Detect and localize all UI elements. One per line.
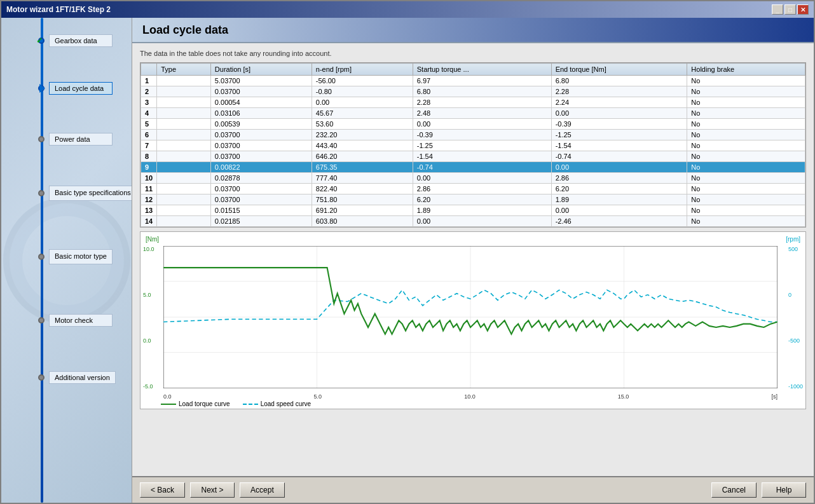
cell-type bbox=[157, 151, 211, 162]
sidebar-item-motor-check[interactable]: Motor check bbox=[1, 317, 132, 324]
table-row[interactable]: 9 0.00822 675.35 -0.74 0.00 No bbox=[141, 162, 805, 173]
legend-dashed-label: Load speed curve bbox=[261, 400, 312, 407]
cell-duration: 0.00054 bbox=[210, 97, 312, 108]
y-tick-5: 5.0 bbox=[143, 292, 154, 298]
table-row[interactable]: 15 0.03700 390.40 -2.46 -4.09 No bbox=[141, 227, 805, 228]
table-row[interactable]: 2 0.03700 -0.80 6.80 2.28 No bbox=[141, 86, 805, 97]
cell-startup: -1.54 bbox=[413, 151, 551, 162]
cell-type bbox=[157, 130, 211, 140]
main-window: Motor wizard 1FT/1FK Step 2 _ □ ✕ ✓ Gear… bbox=[0, 0, 815, 504]
maximize-button[interactable]: □ bbox=[784, 4, 796, 15]
help-button[interactable]: Help bbox=[762, 482, 806, 498]
cell-nend: 675.35 bbox=[312, 162, 413, 173]
table-row[interactable]: 7 0.03700 443.40 -1.25 -1.54 No bbox=[141, 140, 805, 151]
minimize-button[interactable]: _ bbox=[772, 4, 783, 15]
cell-nend: 777.40 bbox=[312, 173, 413, 184]
right-buttons: Cancel Help bbox=[711, 482, 806, 498]
dot-basic-type bbox=[38, 190, 45, 196]
cell-num: 5 bbox=[141, 119, 157, 130]
cell-brake: No bbox=[687, 205, 805, 216]
table-row[interactable]: 14 0.02185 603.80 0.00 -2.46 No bbox=[141, 216, 805, 227]
table-row[interactable]: 8 0.03700 646.20 -1.54 -0.74 No bbox=[141, 151, 805, 162]
table-row[interactable]: 5 0.00539 53.60 0.00 -0.39 No bbox=[141, 119, 805, 130]
cell-nend: 751.80 bbox=[312, 194, 413, 205]
cell-type bbox=[157, 227, 211, 228]
cell-num: 6 bbox=[141, 130, 157, 140]
table-row[interactable]: 12 0.03700 751.80 6.20 1.89 No bbox=[141, 194, 805, 205]
cell-brake: No bbox=[687, 97, 805, 108]
cell-duration: 0.02878 bbox=[210, 173, 312, 184]
cell-brake: No bbox=[687, 151, 805, 162]
cell-nend: -56.00 bbox=[312, 76, 413, 86]
sidebar-item-basic-motor[interactable]: Basic motor type bbox=[1, 253, 132, 261]
cell-nend: 603.80 bbox=[312, 216, 413, 227]
cell-num: 10 bbox=[141, 173, 157, 184]
x-tick-5: 5.0 bbox=[314, 393, 322, 400]
cell-duration: 0.03700 bbox=[210, 86, 312, 97]
cell-nend: 443.40 bbox=[312, 140, 413, 151]
cell-startup: 2.86 bbox=[413, 184, 551, 194]
sidebar-item-basic-type[interactable]: Basic type specifications bbox=[1, 189, 132, 197]
table-row[interactable]: 13 0.01515 691.20 1.89 0.00 No bbox=[141, 205, 805, 216]
dot-basic-motor bbox=[38, 254, 45, 260]
table-row[interactable]: 3 0.00054 0.00 2.28 2.24 No bbox=[141, 97, 805, 108]
sidebar-label-basic-type: Basic type specifications bbox=[49, 186, 132, 200]
legend-solid-label: Load torque curve bbox=[179, 400, 230, 407]
sidebar-label-additional: Additional version bbox=[49, 371, 116, 384]
cell-type bbox=[157, 119, 211, 130]
sidebar-label-motor-check: Motor check bbox=[49, 314, 113, 327]
close-button[interactable]: ✕ bbox=[797, 4, 809, 15]
table-row[interactable]: 6 0.03700 232.20 -0.39 -1.25 No bbox=[141, 130, 805, 140]
chart-container: [Nm] [rpm] 10.0 5.0 0.0 -5.0 500 0 -500 bbox=[140, 231, 806, 409]
title-bar: Motor wizard 1FT/1FK Step 2 _ □ ✕ bbox=[1, 1, 814, 18]
cell-startup: 6.80 bbox=[413, 86, 551, 97]
cell-num: 12 bbox=[141, 194, 157, 205]
table-row[interactable]: 4 0.03106 45.67 2.48 0.00 No bbox=[141, 108, 805, 119]
sidebar-item-additional[interactable]: Additional version bbox=[1, 374, 132, 381]
cell-nend: -0.80 bbox=[312, 86, 413, 97]
cell-duration: 0.03700 bbox=[210, 184, 312, 194]
sidebar-item-power[interactable]: Power data bbox=[1, 135, 132, 143]
cell-num: 7 bbox=[141, 140, 157, 151]
y-axis-left: 10.0 5.0 0.0 -5.0 bbox=[143, 246, 154, 390]
cell-startup: 0.00 bbox=[413, 173, 551, 184]
cell-brake: No bbox=[687, 86, 805, 97]
cell-duration: 0.03106 bbox=[210, 108, 312, 119]
cell-brake: No bbox=[687, 140, 805, 151]
cell-startup: 0.00 bbox=[413, 119, 551, 130]
chart-y-right-label: [rpm] bbox=[786, 236, 800, 243]
cancel-button[interactable]: Cancel bbox=[711, 482, 757, 498]
cell-startup: 2.28 bbox=[413, 97, 551, 108]
sidebar-item-load-cycle[interactable]: Load cycle data bbox=[1, 85, 132, 92]
cell-brake: No bbox=[687, 173, 805, 184]
y-tick-right-n1000: -1000 bbox=[788, 383, 803, 390]
x-tick-15: 15.0 bbox=[618, 393, 629, 400]
table-row[interactable]: 11 0.03700 822.40 2.86 6.20 No bbox=[141, 184, 805, 194]
cell-endtorque: 6.20 bbox=[551, 184, 687, 194]
back-button[interactable]: < Back bbox=[140, 482, 185, 498]
sidebar-label-load-cycle: Load cycle data bbox=[49, 82, 113, 95]
page-title: Load cycle data bbox=[142, 24, 228, 37]
left-buttons: < Back Next > Accept bbox=[140, 482, 285, 498]
table-row[interactable]: 10 0.02878 777.40 0.00 2.86 No bbox=[141, 173, 805, 184]
table-row[interactable]: 1 5.03700 -56.00 6.97 6.80 No bbox=[141, 76, 805, 86]
cell-brake: No bbox=[687, 76, 805, 86]
sidebar-item-gearbox[interactable]: ✓ Gearbox data bbox=[1, 37, 132, 44]
cell-brake: No bbox=[687, 119, 805, 130]
cell-brake: No bbox=[687, 162, 805, 173]
accept-button[interactable]: Accept bbox=[240, 482, 285, 498]
next-button[interactable]: Next > bbox=[190, 482, 235, 498]
y-tick-0: 0.0 bbox=[143, 337, 154, 344]
y-tick-right-500: 500 bbox=[788, 246, 803, 252]
cell-duration: 0.00822 bbox=[210, 162, 312, 173]
cell-nend: 822.40 bbox=[312, 184, 413, 194]
cell-startup: -0.39 bbox=[413, 130, 551, 140]
table-wrapper[interactable]: Type Duration [s] n-end [rpm] Startup to… bbox=[140, 62, 806, 228]
col-endtorque: End torque [Nm] bbox=[551, 64, 687, 76]
cell-endtorque: 2.86 bbox=[551, 173, 687, 184]
cell-num: 11 bbox=[141, 184, 157, 194]
sidebar: ✓ Gearbox data Load cycle data Power dat… bbox=[1, 18, 132, 503]
cell-endtorque: -1.54 bbox=[551, 140, 687, 151]
cell-startup: 6.20 bbox=[413, 194, 551, 205]
cell-brake: No bbox=[687, 216, 805, 227]
